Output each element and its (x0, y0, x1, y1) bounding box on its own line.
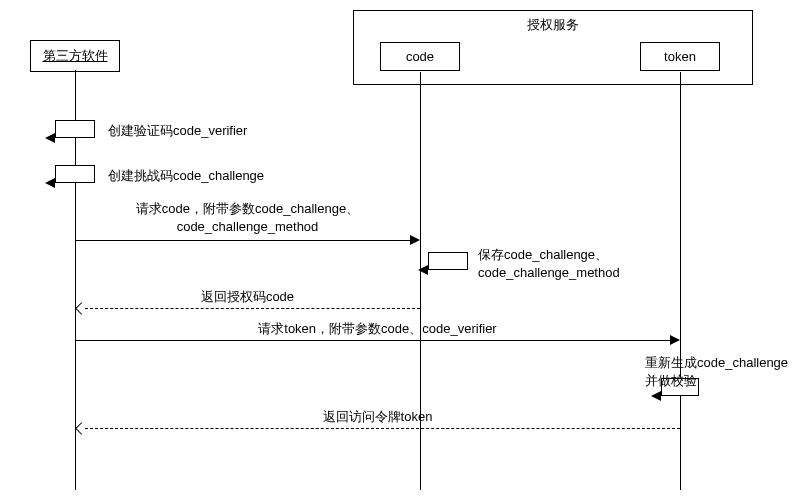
msg-return-code: 返回授权码code (75, 288, 420, 306)
participant-code-label: code (406, 49, 434, 64)
participant-token: token (640, 42, 720, 71)
participant-token-label: token (664, 49, 696, 64)
participant-code: code (380, 42, 460, 71)
arrow-icon (670, 335, 680, 345)
msg-store-challenge: 保存code_challenge、 code_challenge_method (478, 246, 620, 281)
sequence-diagram: { "participants": { "client": "第三方软件", "… (0, 0, 805, 500)
lifeline-token (680, 72, 681, 490)
arrow-return-token (85, 428, 680, 429)
msg-return-token: 返回访问令牌token (75, 408, 680, 426)
msg-request-token: 请求token，附带参数code、code_verifier (75, 320, 680, 338)
msg-request-code: 请求code，附带参数code_challenge、 code_challeng… (75, 200, 420, 235)
arrow-icon (651, 391, 661, 401)
exec-client-m2 (55, 165, 95, 183)
container-auth-service-label: 授权服务 (353, 16, 753, 34)
participant-client-label: 第三方软件 (43, 48, 108, 63)
arrow-icon (410, 235, 420, 245)
exec-code-m4 (428, 252, 468, 270)
msg-regen-challenge: 重新生成code_challenge 并做校验 (645, 354, 805, 389)
arrow-request-token (75, 340, 670, 341)
participant-client: 第三方软件 (30, 40, 120, 72)
arrow-icon (45, 133, 55, 143)
exec-client-m1 (55, 120, 95, 138)
arrow-request-code (75, 240, 410, 241)
arrow-return-code (85, 308, 420, 309)
msg-create-challenge: 创建挑战码code_challenge (108, 167, 264, 185)
arrow-icon (45, 178, 55, 188)
msg-create-verifier: 创建验证码code_verifier (108, 122, 247, 140)
arrow-icon (418, 265, 428, 275)
